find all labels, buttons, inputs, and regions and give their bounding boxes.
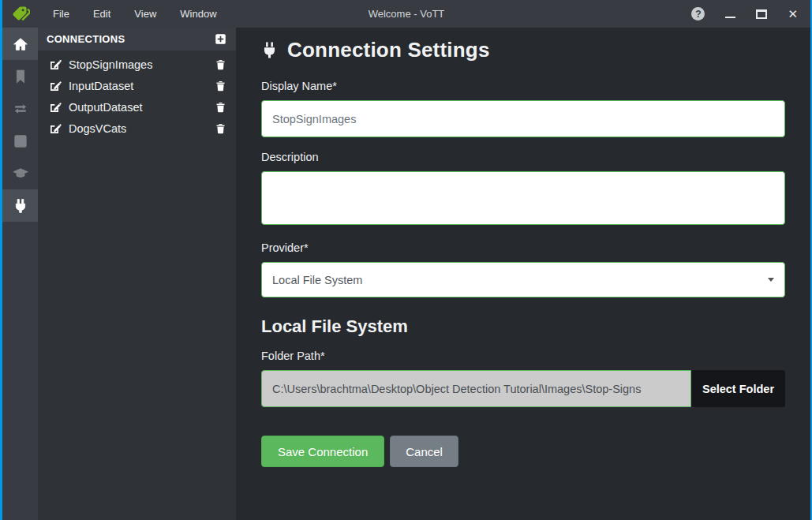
folder-path-input[interactable]: [261, 370, 691, 407]
sidebar-item-export[interactable]: [2, 125, 38, 157]
connection-item[interactable]: StopSignImages: [38, 54, 236, 75]
graduation-cap-icon: [13, 166, 28, 181]
sidebar-item-tag-editor[interactable]: [2, 60, 38, 92]
save-connection-button[interactable]: Save Connection: [261, 436, 384, 467]
maximize-icon[interactable]: [756, 9, 767, 19]
trash-icon[interactable]: [215, 122, 226, 135]
provider-select[interactable]: Local File System: [261, 262, 785, 297]
exchange-arrows-icon: [13, 101, 28, 117]
page-title-text: Connection Settings: [287, 38, 490, 62]
trash-icon[interactable]: [215, 80, 226, 92]
connections-panel-header: CONNECTIONS: [38, 28, 236, 51]
vott-logo-icon: [11, 5, 30, 24]
external-link-icon: [13, 133, 28, 149]
menu-view[interactable]: View: [122, 0, 168, 28]
plug-icon: [13, 198, 28, 214]
chevron-down-icon: [768, 278, 774, 282]
description-input[interactable]: [261, 171, 785, 225]
bookmark-icon: [13, 69, 28, 84]
menu-bar: File Edit View Window: [41, 0, 229, 28]
cancel-button[interactable]: Cancel: [390, 436, 458, 467]
window-controls: ? ✕: [691, 7, 810, 21]
edit-icon[interactable]: [49, 58, 62, 71]
connection-item[interactable]: InputDataset: [38, 75, 236, 96]
window-title: Welcome - VoTT: [369, 8, 445, 20]
page-title: Connection Settings: [260, 38, 810, 62]
edit-icon[interactable]: [49, 122, 62, 135]
edit-icon[interactable]: [49, 101, 62, 114]
add-connection-button[interactable]: [215, 33, 226, 45]
connection-list: StopSignImages InputDataset: [38, 51, 236, 139]
connection-item[interactable]: DogsVCats: [38, 118, 236, 139]
provider-section-title: Local File System: [261, 316, 785, 337]
menu-edit[interactable]: Edit: [81, 0, 122, 28]
sidebar-item-project-settings[interactable]: [2, 92, 38, 125]
sidebar-item-home[interactable]: [2, 28, 38, 60]
display-name-input[interactable]: [261, 100, 785, 137]
app-window: File Edit View Window Welcome - VoTT ? ✕: [0, 0, 812, 520]
description-label: Description: [261, 151, 785, 163]
plug-icon: [260, 41, 279, 59]
connection-item[interactable]: OutputDataset: [38, 96, 236, 118]
close-icon[interactable]: ✕: [788, 8, 798, 20]
connections-panel: CONNECTIONS StopSignImages: [38, 28, 236, 520]
connection-name[interactable]: InputDataset: [69, 80, 215, 92]
minimize-icon[interactable]: [725, 17, 735, 18]
connections-header-title: CONNECTIONS: [47, 33, 125, 45]
sidebar-item-connections[interactable]: [2, 189, 38, 222]
edit-icon[interactable]: [49, 80, 62, 92]
menu-file[interactable]: File: [41, 0, 81, 28]
help-icon[interactable]: ?: [691, 7, 705, 21]
trash-icon[interactable]: [215, 101, 226, 114]
connection-name[interactable]: OutputDataset: [69, 101, 215, 114]
nav-sidebar: [2, 28, 38, 520]
titlebar: File Edit View Window Welcome - VoTT ? ✕: [2, 0, 810, 28]
folder-path-row: Select Folder: [261, 370, 785, 407]
menu-window[interactable]: Window: [168, 0, 228, 28]
display-name-label: Display Name*: [261, 80, 785, 92]
trash-icon[interactable]: [215, 58, 226, 71]
home-icon: [13, 36, 28, 52]
plus-square-icon: [215, 33, 226, 45]
connection-name[interactable]: DogsVCats: [69, 122, 215, 135]
provider-label: Provider*: [261, 241, 785, 254]
select-folder-button[interactable]: Select Folder: [691, 370, 785, 407]
folder-path-label: Folder Path*: [261, 350, 785, 362]
provider-selected-value: Local File System: [272, 274, 362, 286]
form-actions: Save Connection Cancel: [261, 436, 785, 467]
connection-name[interactable]: StopSignImages: [69, 58, 215, 71]
main-content: Connection Settings Display Name* Descri…: [236, 28, 810, 520]
sidebar-item-active-learning[interactable]: [2, 157, 38, 189]
